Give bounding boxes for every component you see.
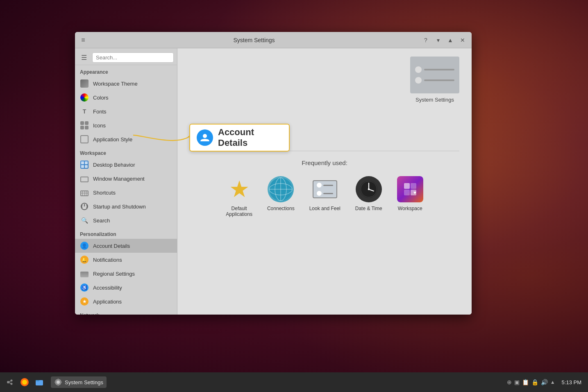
thumb-line-1 <box>424 69 454 70</box>
account-details-icon: 👤 <box>80 241 89 250</box>
window-body: ☰ Appearance Workspace Theme Colors T <box>75 48 472 315</box>
svg-point-27 <box>57 381 60 384</box>
sidebar-item-workspace-theme[interactable]: Workspace Theme <box>75 77 177 91</box>
account-popup-icon <box>197 129 213 146</box>
lock-tray-icon[interactable]: 🔒 <box>531 379 538 385</box>
system-settings-thumbnail[interactable] <box>410 57 459 93</box>
clock-icon <box>356 176 382 202</box>
account-details-popup[interactable]: Account Details <box>189 124 290 152</box>
freq-label-look-and-feel: Look and Feel <box>309 206 341 211</box>
sidebar-item-notifications[interactable]: 🔔 Notifications <box>75 253 177 267</box>
section-personalization: Personalization <box>75 227 177 239</box>
system-settings-area: System Settings <box>410 57 459 147</box>
svg-point-16 <box>203 134 207 138</box>
sidebar: ☰ Appearance Workspace Theme Colors T <box>75 48 177 315</box>
minimize-button[interactable]: ▲ <box>445 34 456 46</box>
sidebar-item-startup-shutdown[interactable]: Startup and Shutdown <box>75 199 177 213</box>
taskbar-launcher-icon[interactable] <box>3 376 16 389</box>
volume-up-icon[interactable]: ▲ <box>550 379 555 385</box>
sidebar-item-desktop-behavior[interactable]: Desktop Behavior <box>75 158 177 172</box>
svg-rect-30 <box>54 382 56 383</box>
freq-item-date-time[interactable]: Date & Time <box>352 173 386 220</box>
accessibility-icon: ♿ <box>80 283 89 292</box>
sidebar-item-shortcuts[interactable]: Shortcuts <box>75 186 177 199</box>
close-button[interactable]: ✕ <box>457 34 468 46</box>
section-appearance: Appearance <box>75 65 177 77</box>
main-content: System Settings Frequently used: ★ <box>177 48 472 315</box>
application-style-icon <box>80 135 89 144</box>
freq-icon-default-apps: ★ <box>226 176 252 202</box>
freq-item-look-and-feel[interactable]: Look and Feel <box>306 173 344 220</box>
shortcuts-icon <box>80 188 89 197</box>
sidebar-item-applications[interactable]: ★ Applications <box>75 295 177 308</box>
sidebar-item-fonts[interactable]: T Fonts <box>75 104 177 118</box>
sidebar-item-icons[interactable]: Icons <box>75 118 177 132</box>
window-controls: ? ▾ ▲ ✕ <box>420 34 468 46</box>
titlebar: ≡ System Settings ? ▾ ▲ ✕ <box>75 32 472 48</box>
taskbar: System Settings ⊕ ▣ 📋 🔒 🔊 ▲ 5:13 PM <box>0 372 588 392</box>
hamburger-button[interactable]: ☰ <box>78 52 90 63</box>
thumb-circle-1 <box>415 66 422 73</box>
svg-point-18 <box>7 381 9 383</box>
svg-line-21 <box>9 381 11 382</box>
svg-point-20 <box>11 383 13 385</box>
taskbar-system-icons: ⊕ ▣ 📋 🔒 🔊 ▲ <box>507 379 555 385</box>
window-title: System Settings <box>88 37 420 43</box>
svg-rect-28 <box>58 378 59 380</box>
sidebar-item-window-management[interactable]: Window Management <box>75 172 177 186</box>
svg-rect-31 <box>61 382 62 383</box>
svg-point-24 <box>22 380 27 385</box>
svg-rect-13 <box>404 190 410 195</box>
system-settings-window: ≡ System Settings ? ▾ ▲ ✕ ☰ Appearance W… <box>75 32 472 315</box>
window-management-icon <box>80 174 89 183</box>
fonts-icon: T <box>80 107 89 116</box>
svg-line-22 <box>9 383 11 383</box>
clipboard-tray-icon[interactable]: 📋 <box>522 379 529 385</box>
sidebar-item-application-style[interactable]: Application Style <box>75 132 177 146</box>
network-tray-icon[interactable]: ⊕ <box>507 379 512 385</box>
taskbar-firefox-icon[interactable] <box>18 376 31 389</box>
regional-settings-icon <box>80 269 89 278</box>
display-tray-icon[interactable]: ▣ <box>514 379 520 385</box>
sidebar-item-colors[interactable]: Colors <box>75 91 177 104</box>
account-popup-label: Account Details <box>218 127 282 148</box>
freq-icon-look-and-feel <box>312 176 338 202</box>
svg-rect-11 <box>404 183 410 189</box>
sidebar-item-accessibility[interactable]: ♿ Accessibility <box>75 281 177 295</box>
workspace-theme-icon <box>80 79 89 88</box>
system-settings-label: System Settings <box>415 97 454 103</box>
search-input[interactable] <box>92 52 174 63</box>
help-button[interactable]: ? <box>420 34 431 46</box>
volume-tray-icon[interactable]: 🔊 <box>541 379 548 385</box>
colors-icon <box>80 93 89 102</box>
svg-point-10 <box>368 188 370 190</box>
freq-item-workspace[interactable]: Workspace <box>394 173 427 220</box>
connections-globe-icon <box>268 176 294 202</box>
titlebar-menu-icon[interactable]: ≡ <box>78 35 88 45</box>
sidebar-item-regional-settings[interactable]: Regional Settings <box>75 267 177 281</box>
thumb-line-2 <box>424 79 454 81</box>
svg-point-19 <box>11 380 13 382</box>
taskbar-app-label: System Settings <box>65 379 103 385</box>
applications-icon: ★ <box>80 297 89 306</box>
svg-rect-29 <box>58 385 59 386</box>
sidebar-item-search[interactable]: 🔍 Search <box>75 213 177 227</box>
frequently-used-label: Frequently used: <box>190 159 459 166</box>
freq-icon-connections <box>268 176 294 202</box>
workspace-icon <box>397 176 423 202</box>
minimize-down-button[interactable]: ▾ <box>432 34 444 46</box>
icons-icon <box>80 121 89 130</box>
taskbar-right: ⊕ ▣ 📋 🔒 🔊 ▲ 5:13 PM <box>507 379 585 385</box>
search-bar: ☰ <box>75 48 177 65</box>
freq-icon-workspace <box>397 176 423 202</box>
notifications-icon: 🔔 <box>80 255 89 264</box>
startup-shutdown-icon <box>80 202 89 211</box>
freq-item-default-applications[interactable]: ★ DefaultApplications <box>222 173 256 220</box>
taskbar-files-icon[interactable] <box>33 376 46 389</box>
desktop-behavior-icon <box>80 160 89 169</box>
taskbar-time: 5:13 PM <box>558 379 585 385</box>
taskbar-app-system-settings[interactable]: System Settings <box>51 376 107 388</box>
sidebar-item-account-details[interactable]: 👤 Account Details <box>75 239 177 253</box>
freq-item-connections[interactable]: Connections <box>264 173 298 220</box>
frequently-used-section: Frequently used: ★ DefaultApplications <box>190 159 459 220</box>
